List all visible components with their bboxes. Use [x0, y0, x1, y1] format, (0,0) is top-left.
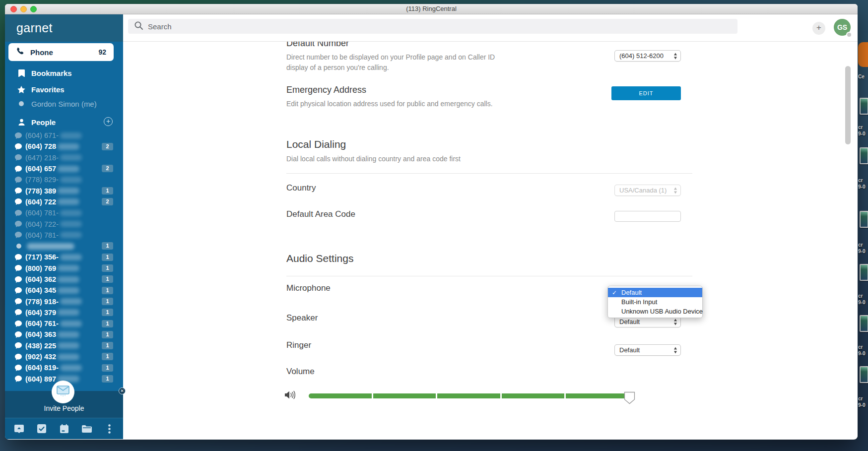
close-icon[interactable]: ✕ — [119, 387, 126, 394]
avatar-presence-dot — [846, 32, 852, 38]
local-dialing-title: Local Dialing — [286, 138, 346, 150]
sidebar-item-me[interactable]: Gordon Simon (me) — [5, 98, 123, 110]
redacted-text — [60, 298, 82, 305]
contact-list-item[interactable]: (604) 671- — [5, 130, 123, 141]
volume-segment[interactable] — [502, 393, 565, 398]
volume-slider-thumb[interactable] — [624, 391, 635, 406]
sidebar-item-people[interactable]: People + — [5, 116, 123, 128]
chat-bubble-icon — [15, 232, 22, 238]
vertical-scrollbar[interactable] — [845, 66, 851, 144]
contact-list-item[interactable]: (778) 918- 1 — [5, 296, 123, 307]
contact-number: (800) 769 — [25, 264, 56, 272]
contact-number: (604) 657 — [25, 165, 56, 173]
contact-list-item[interactable]: (604) 657 2 — [5, 163, 123, 174]
redacted-text — [58, 143, 79, 150]
calendar-icon[interactable] — [58, 423, 70, 435]
new-actions-button[interactable]: + — [812, 22, 825, 35]
contact-list-item[interactable]: (604) 722 2 — [5, 196, 123, 207]
chat-bubble-icon — [15, 331, 22, 338]
ringer-label: Ringer — [286, 340, 311, 350]
desktop-screenshot-thumbnail — [860, 366, 868, 383]
sidebar-item-people-label: People — [31, 118, 56, 127]
search-input[interactable] — [148, 22, 694, 31]
person-icon — [17, 119, 25, 126]
contact-list-item[interactable]: (604) 379 1 — [5, 307, 123, 318]
desktop-screenshot-thumbnail — [860, 98, 868, 115]
add-contact-icon[interactable]: + — [104, 117, 113, 126]
microphone-label: Microphone — [286, 283, 331, 293]
contact-list-item[interactable]: (604) 363 1 — [5, 329, 123, 340]
emergency-address-title: Emergency Address — [286, 85, 366, 95]
contact-list-item[interactable]: (604) 781- — [5, 207, 123, 218]
desktop-icon-label: Ce — [858, 73, 865, 80]
contact-list-item[interactable]: (604) 728 2 — [5, 141, 123, 152]
volume-control — [285, 390, 630, 401]
contact-list-item[interactable]: 1 — [5, 241, 123, 252]
default-area-code-label: Default Area Code — [286, 209, 355, 219]
default-number-select[interactable]: (604) 512-6200 — [614, 50, 681, 62]
menu-option[interactable]: Unknown USB Audio Device — [608, 307, 702, 316]
contact-list-item[interactable]: (800) 769 1 — [5, 263, 123, 274]
unread-badge: 1 — [102, 331, 113, 338]
stepper-arrows-icon — [673, 347, 678, 353]
contact-list-item[interactable]: (604) 722- — [5, 218, 123, 229]
sidebar-item-favorites[interactable]: Favorites — [5, 83, 123, 95]
sidebar-item-phone[interactable]: Phone 92 — [8, 43, 114, 61]
desktop-icon-label: cr9-0 — [858, 242, 865, 255]
redacted-text — [58, 265, 79, 271]
ringer-value: Default — [619, 346, 640, 354]
menu-option[interactable]: Built-in Input — [608, 297, 702, 307]
contacts-list: (604) 671- (604) 728 2 — [5, 130, 123, 385]
emergency-address-description: Edit physical location address used for … — [286, 99, 493, 109]
contact-list-item[interactable]: (647) 218- — [5, 152, 123, 163]
unread-badge: 1 — [102, 264, 113, 272]
contact-list-item[interactable]: (778) 389 1 — [5, 185, 123, 196]
contact-list-item[interactable]: (604) 345 1 — [5, 285, 123, 296]
chat-bubble-icon — [15, 166, 22, 172]
contact-list-item[interactable]: (717) 356- 1 — [5, 252, 123, 262]
desktop-icon-label: cr9-0 — [858, 293, 865, 306]
stepper-arrows-icon — [673, 53, 678, 59]
default-area-code-input[interactable] — [614, 211, 681, 222]
volume-slider[interactable] — [309, 393, 630, 398]
contact-list-item[interactable]: (438) 225 1 — [5, 340, 123, 351]
contact-number: (604) 671- — [25, 131, 59, 139]
contact-list-item[interactable]: (604) 761- 1 — [5, 318, 123, 329]
stepper-arrows-icon — [673, 319, 678, 325]
contact-list-item[interactable]: (604) 362 1 — [5, 274, 123, 285]
volume-segment[interactable] — [437, 393, 500, 398]
redacted-text — [60, 210, 82, 216]
chat-bubble-icon — [15, 188, 22, 194]
contact-list-item[interactable]: (902) 432 1 — [5, 351, 123, 362]
ringer-select[interactable]: Default — [614, 344, 681, 356]
close-window-button[interactable] — [10, 6, 17, 12]
minimize-window-button[interactable] — [20, 6, 27, 12]
window-titlebar[interactable]: (113) RingCentral — [5, 4, 858, 14]
unread-badge: 1 — [102, 242, 113, 250]
more-options-icon[interactable] — [103, 423, 115, 435]
chat-bubble-icon — [15, 254, 22, 260]
country-select[interactable]: USA/Canada (1) — [614, 185, 681, 196]
files-folder-icon[interactable] — [81, 423, 93, 435]
search-bar[interactable] — [128, 19, 737, 34]
bookmark-icon — [17, 69, 25, 77]
redacted-text — [60, 154, 82, 161]
sidebar-item-bookmarks[interactable]: Bookmarks — [5, 67, 123, 79]
zoom-window-button[interactable] — [30, 6, 37, 12]
contact-list-item[interactable]: (604) 781- — [5, 230, 123, 241]
menu-option-label: Unknown USB Audio Device — [621, 308, 703, 315]
screenshare-icon[interactable] — [13, 423, 25, 435]
edit-emergency-address-button[interactable]: EDIT — [611, 86, 681, 100]
volume-segment[interactable] — [309, 393, 372, 398]
redacted-text — [58, 331, 79, 338]
contact-list-item[interactable]: (778) 829- — [5, 174, 123, 185]
settings-content: Default Number Direct number to be displ… — [123, 14, 858, 439]
tasks-icon[interactable] — [36, 423, 48, 435]
menu-option[interactable]: ✓ Default — [608, 288, 702, 297]
invite-people-button[interactable] — [52, 381, 74, 403]
chat-bubble-icon — [15, 221, 22, 227]
redacted-text — [60, 321, 82, 327]
volume-segment[interactable] — [373, 393, 436, 398]
volume-segment[interactable] — [566, 393, 629, 398]
contact-list-item[interactable]: (604) 819- 1 — [5, 362, 123, 373]
